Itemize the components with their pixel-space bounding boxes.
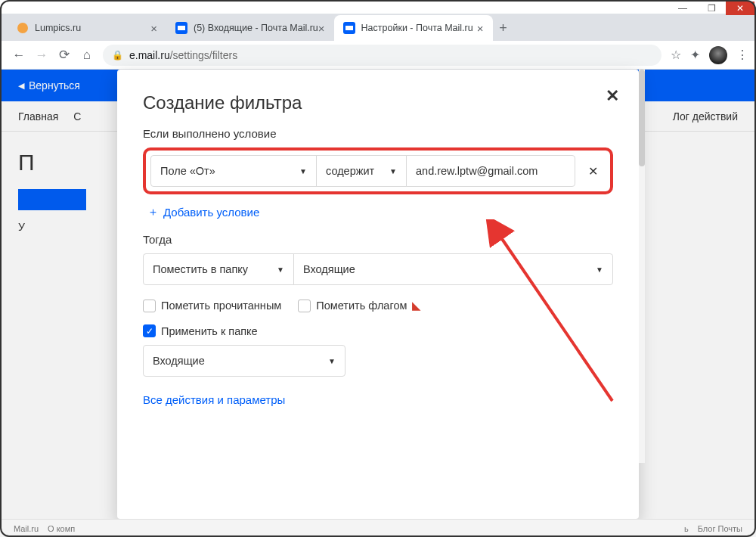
- condition-row: Поле «От» ▼ содержит ▼ and.rew.lptw@gmai…: [143, 147, 613, 194]
- window-close-button[interactable]: ✕: [726, 2, 754, 15]
- tab-label: Настройки - Почта Mail.ru: [361, 23, 473, 33]
- close-icon[interactable]: ×: [318, 22, 325, 35]
- chevron-down-icon: ▼: [277, 265, 284, 274]
- condition-field-value: Поле «От»: [160, 165, 215, 177]
- mark-flag-label: Пометить флагом: [316, 300, 407, 312]
- chevron-down-icon: ▼: [389, 167, 397, 175]
- svg-point-0: [17, 23, 28, 33]
- favicon-mailru: [343, 22, 355, 34]
- condition-value-input[interactable]: and.rew.lptw@gmail.com: [406, 155, 575, 187]
- tab-label: Lumpics.ru: [35, 23, 81, 33]
- action-row: Поместить в папку ▼ Входящие ▼: [143, 253, 613, 285]
- tab-label: (5) Входящие - Почта Mail.ru: [194, 23, 318, 33]
- condition-value-text: and.rew.lptw@gmail.com: [416, 165, 538, 177]
- apply-folder-label: Применить к папке: [161, 325, 258, 337]
- reload-button[interactable]: ⟳: [53, 44, 76, 67]
- footer-link[interactable]: О комп: [48, 524, 75, 533]
- create-filter-modal: ✕ Создание фильтра Если выполнено услови…: [117, 70, 639, 519]
- url-path: /settings/filters: [170, 49, 237, 61]
- action-folder-value: Входящие: [303, 263, 355, 275]
- omnibox[interactable]: 🔒 e.mail.ru/settings/filters: [103, 45, 662, 66]
- remove-condition-button[interactable]: ✕: [580, 155, 606, 187]
- home-button[interactable]: ⌂: [76, 44, 98, 67]
- action-select[interactable]: Поместить в папку ▼: [143, 253, 294, 285]
- add-condition-label: Добавить условие: [163, 206, 259, 219]
- extensions-icon[interactable]: ✦: [690, 48, 700, 62]
- condition-section-title: Если выполнено условие: [143, 127, 613, 140]
- modal-scrollbar-thumb[interactable]: [639, 70, 645, 166]
- all-actions-link[interactable]: Все действия и параметры: [143, 393, 285, 406]
- action-folder-select[interactable]: Входящие ▼: [293, 253, 613, 285]
- tab-bar: Lumpics.ru × (5) Входящие - Почта Mail.r…: [0, 14, 756, 41]
- lock-icon: 🔒: [112, 50, 123, 61]
- close-icon[interactable]: ×: [150, 22, 157, 35]
- page-content: ◀ Вернуться Главная С Лог действий П У ✕…: [0, 70, 756, 519]
- svg-rect-2: [178, 26, 185, 30]
- modal-close-button[interactable]: ✕: [606, 86, 619, 106]
- condition-op-select[interactable]: содержит ▼: [316, 155, 407, 187]
- apply-folder-select[interactable]: Входящие ▼: [143, 345, 345, 377]
- mark-read-label: Пометить прочитанным: [161, 300, 281, 312]
- mark-read-checkbox[interactable]: Пометить прочитанным: [143, 300, 281, 312]
- chevron-down-icon: ▼: [596, 265, 603, 274]
- checkbox-icon: [143, 300, 156, 312]
- tab-lumpics[interactable]: Lumpics.ru ×: [8, 15, 166, 41]
- svg-rect-4: [345, 26, 353, 30]
- then-section-title: Тогда: [143, 233, 613, 246]
- new-tab-button[interactable]: +: [493, 20, 514, 41]
- plus-icon: ＋: [147, 205, 159, 219]
- apply-folder-value: Входящие: [153, 355, 205, 367]
- favicon-mailru: [175, 22, 187, 34]
- close-icon[interactable]: ×: [477, 22, 484, 35]
- back-button[interactable]: ←: [8, 44, 30, 67]
- add-condition-button[interactable]: ＋ Добавить условие: [147, 205, 613, 219]
- tab-settings[interactable]: Настройки - Почта Mail.ru ×: [334, 15, 493, 41]
- tab-inbox[interactable]: (5) Входящие - Почта Mail.ru ×: [166, 15, 334, 41]
- action-select-value: Поместить в папку: [153, 263, 248, 275]
- flag-icon: ◣: [412, 299, 421, 312]
- apply-folder-checkbox[interactable]: ✓ Применить к папке: [143, 324, 613, 337]
- menu-icon[interactable]: ⋮: [736, 48, 748, 62]
- star-icon[interactable]: ☆: [671, 48, 681, 62]
- profile-avatar[interactable]: [709, 46, 727, 64]
- footer-link[interactable]: Mail.ru: [14, 524, 39, 533]
- checkbox-icon: [298, 300, 311, 312]
- chevron-down-icon: ▼: [328, 357, 336, 365]
- chevron-down-icon: ▼: [299, 167, 307, 175]
- condition-field-select[interactable]: Поле «От» ▼: [150, 155, 317, 187]
- mark-flag-checkbox[interactable]: Пометить флагом ◣: [298, 299, 421, 312]
- favicon-lumpics: [17, 22, 29, 34]
- address-bar: ← → ⟳ ⌂ 🔒 e.mail.ru/settings/filters ☆ ✦…: [0, 41, 756, 70]
- window-minimize-button[interactable]: —: [668, 2, 697, 15]
- page-footer: Mail.ru О комп ь Блог Почты: [0, 519, 756, 537]
- condition-op-value: содержит: [326, 165, 374, 177]
- checkbox-checked-icon: ✓: [143, 324, 156, 337]
- footer-link[interactable]: ь: [684, 524, 689, 533]
- forward-button[interactable]: →: [30, 44, 53, 67]
- footer-link[interactable]: Блог Почты: [698, 524, 742, 533]
- modal-title: Создание фильтра: [143, 92, 613, 113]
- window-maximize-button[interactable]: ❐: [697, 2, 726, 15]
- url-host: e.mail.ru: [129, 49, 170, 61]
